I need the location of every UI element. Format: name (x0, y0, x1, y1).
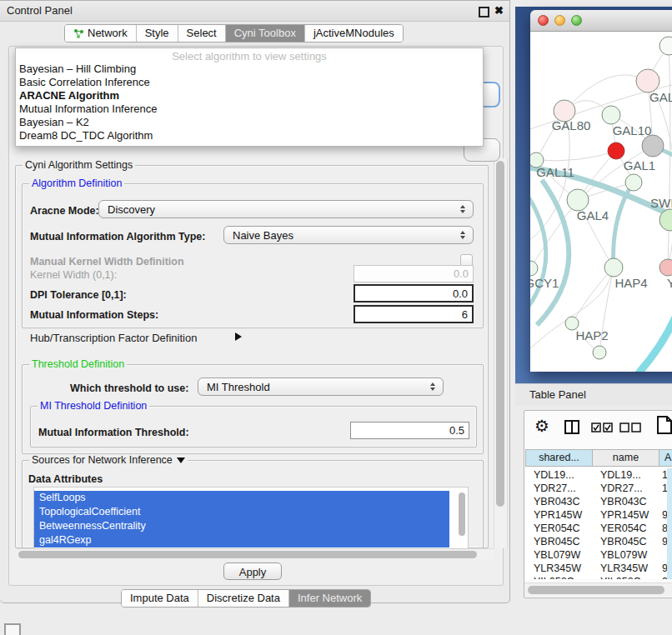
node-label: GAL4 (577, 208, 609, 222)
mi-threshold-group-title: MI Threshold Definition (38, 400, 149, 412)
tab-impute-data[interactable]: Impute Data (122, 590, 198, 607)
table-horizontal-scrollbar-thumb[interactable] (528, 586, 664, 594)
gear-icon[interactable]: ⚙ (534, 416, 549, 436)
close-icon[interactable]: ✖ (494, 4, 504, 17)
column-header-a[interactable]: A (659, 449, 672, 467)
network-node-hap4[interactable] (604, 258, 623, 277)
close-traffic-light-icon[interactable] (538, 15, 549, 26)
network-node-gcy1[interactable] (530, 261, 538, 276)
tab-discretize-data[interactable]: Discretize Data (198, 590, 289, 607)
hub-section-label[interactable]: Hub/Transcription Factor Definition (30, 332, 197, 344)
network-node[interactable] (593, 346, 606, 359)
cell-shared: YBL079W (525, 548, 592, 562)
tab-style[interactable]: Style (137, 25, 178, 42)
node-label: GAL (649, 90, 672, 104)
table-row[interactable]: YBL079WYBL079W (525, 548, 672, 562)
table-horizontal-scrollbar[interactable] (524, 582, 672, 597)
cell-name: YIL052C (592, 575, 659, 579)
apply-button[interactable]: Apply (223, 562, 282, 580)
which-threshold-label: Which threshold to use: (70, 382, 188, 394)
cell-shared: YDR27... (525, 482, 592, 495)
settings-vertical-scrollbar-thumb[interactable] (496, 161, 504, 507)
menu-item-dream8[interactable]: Dream8 DC_TDC Algorithm (19, 129, 153, 142)
list-item-betweennesscentrality[interactable]: BetweennessCentrality (34, 519, 449, 533)
tab-cyni-toolbox[interactable]: Cyni Toolbox (226, 25, 305, 42)
list-item-selfloops[interactable]: SelfLoops (34, 491, 449, 505)
cell-name: YER054C (592, 522, 659, 535)
which-threshold-select[interactable]: MI Threshold (198, 378, 444, 396)
network-node[interactable] (636, 69, 659, 92)
table-row[interactable]: YLR345WYLR345W9. (525, 562, 672, 575)
document-icon[interactable] (656, 416, 672, 434)
cell-shared: YDL19... (525, 468, 592, 482)
collapse-arrow-icon[interactable] (177, 458, 185, 463)
column-header-shared-name[interactable]: shared... (525, 449, 593, 467)
tab-jactivemnodules[interactable]: jActiveMNodules (305, 25, 403, 42)
table-row[interactable]: YBR043CYBR043C (525, 495, 672, 508)
float-window-icon[interactable] (479, 7, 489, 18)
network-graph: GAL GAL80 GAL10 GAL11 GAL1 SWI4 GAL4 GCY… (530, 32, 672, 372)
list-item-topologicalcoefficient[interactable]: TopologicalCoefficient (34, 505, 449, 519)
spinner-arrows-icon (430, 382, 435, 391)
unchecked-boxes-icon[interactable] (619, 422, 641, 432)
network-node-pink[interactable] (659, 259, 672, 276)
network-window-titlebar[interactable] (530, 10, 672, 32)
mi-type-label: Mutual Information Algorithm Type: (30, 231, 205, 242)
columns-icon[interactable] (564, 420, 579, 434)
window-title: Control Panel (7, 1, 73, 21)
node-label: HAP2 (575, 328, 608, 342)
settings-horizontal-scrollbar[interactable] (17, 548, 494, 560)
table-row[interactable]: YBR045CYBR045C9. (525, 535, 672, 548)
network-node-gray[interactable] (642, 135, 664, 157)
kernel-width-field[interactable]: 0.0 (354, 265, 474, 282)
tab-network-label: Network (88, 25, 128, 42)
table-row[interactable]: YPR145WYPR145W9. (525, 508, 672, 522)
tab-select[interactable]: Select (178, 25, 226, 42)
table-row[interactable]: YIL052CYIL052C9 (525, 575, 672, 579)
menu-item-bayesian-hill-climbing[interactable]: Bayesian – Hill Climbing (19, 62, 136, 76)
menu-item-bayesian-k2[interactable]: Bayesian – K2 (19, 116, 89, 129)
network-node-gal10[interactable] (602, 106, 620, 124)
mi-threshold-field[interactable]: 0.5 (350, 422, 469, 439)
minimized-panel-icon[interactable] (4, 623, 21, 635)
dpi-tolerance-field[interactable]: 0.0 (354, 284, 474, 302)
settings-vertical-scrollbar[interactable] (494, 158, 508, 548)
network-node-red[interactable] (608, 142, 624, 159)
tab-select-label: Select (187, 25, 217, 42)
tab-jactivemnodules-label: jActiveMNodules (313, 25, 394, 42)
aracne-mode-select[interactable]: Discovery (98, 200, 474, 218)
network-node[interactable] (659, 37, 672, 55)
mi-steps-field[interactable]: 6 (354, 305, 474, 323)
zoom-traffic-light-icon[interactable] (571, 15, 582, 26)
cell-shared: YER054C (525, 522, 592, 535)
sources-group-title-wrap[interactable]: Sources for Network Inference (29, 454, 188, 466)
column-header-name[interactable]: name (593, 449, 659, 467)
menu-item-mutual-information[interactable]: Mutual Information Inference (19, 102, 157, 116)
menu-item-aracne[interactable]: ARACNE Algorithm (19, 89, 119, 102)
tab-infer-network[interactable]: Infer Network (289, 590, 370, 607)
network-node-gal1[interactable] (625, 174, 642, 191)
list-item-gal4rgexp[interactable]: gal4RGexp (34, 533, 449, 548)
minimize-traffic-light-icon[interactable] (554, 15, 565, 26)
expand-arrow-icon[interactable] (235, 332, 242, 341)
table-row[interactable]: YDL19...YDL19...13 (525, 468, 672, 482)
tab-network[interactable]: Network (65, 25, 137, 42)
network-canvas[interactable]: GAL GAL80 GAL10 GAL11 GAL1 SWI4 GAL4 GCY… (530, 32, 672, 372)
settings-horizontal-scrollbar-thumb[interactable] (18, 551, 477, 558)
checked-boxes-icon[interactable] (591, 422, 613, 432)
bottom-tabbar: Impute Data Discretize Data Infer Networ… (121, 589, 371, 608)
menu-item-basic-correlation[interactable]: Basic Correlation Inference (19, 76, 150, 89)
mi-type-select[interactable]: Naive Bayes (223, 226, 474, 244)
spinner-arrows-icon (460, 231, 465, 239)
cell-name: YDR27... (592, 482, 659, 495)
table-panel-title: Table Panel (529, 384, 586, 406)
list-scrollbar-thumb[interactable] (459, 492, 465, 536)
tab-discretize-data-label: Discretize Data (207, 590, 280, 607)
cell-name: YPR145W (592, 508, 659, 522)
table-row[interactable]: YER054CYER054C8. (525, 522, 672, 535)
table-row[interactable]: YDR27...YDR27...12 (525, 482, 672, 495)
data-attributes-label: Data Attributes (28, 473, 103, 485)
control-panel-titlebar[interactable]: Control Panel ✖ (0, 1, 509, 22)
node-label: GAL80 (552, 118, 591, 132)
table-panel: ⚙ shared... name A YDL19...YDL19...13 YD… (524, 410, 672, 598)
